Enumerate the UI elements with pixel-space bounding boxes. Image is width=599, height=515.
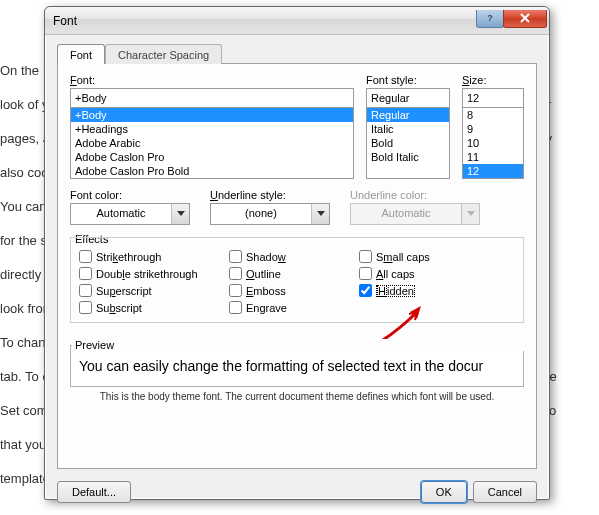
font-style-listbox[interactable]: Regular Italic Bold Bold Italic (366, 107, 450, 179)
font-color-label: Font color: (70, 189, 190, 201)
list-item[interactable]: 8 (463, 108, 523, 122)
cancel-button[interactable]: Cancel (473, 481, 537, 503)
effects-group: Strikethrough Double strikethrough Super… (70, 237, 524, 323)
window-controls: ? (477, 10, 547, 28)
preview-box: You can easily change the formatting of … (70, 345, 524, 387)
checkbox-all-caps[interactable]: All caps (359, 267, 479, 280)
checkbox-superscript[interactable]: Superscript (79, 284, 219, 297)
list-item[interactable]: 9 (463, 122, 523, 136)
font-color-combo[interactable]: Automatic (70, 203, 190, 225)
font-listbox[interactable]: +Body +Headings Adobe Arabic Adobe Caslo… (70, 107, 354, 179)
list-item[interactable]: 11 (463, 150, 523, 164)
checkbox-engrave[interactable]: Engrave (229, 301, 349, 314)
chevron-down-icon[interactable] (171, 204, 189, 224)
list-item[interactable]: 12 (463, 164, 523, 178)
list-item[interactable]: Bold (367, 136, 449, 150)
tabstrip: Font Character Spacing (57, 43, 537, 63)
list-item[interactable]: Regular (367, 108, 449, 122)
default-button[interactable]: Default... (57, 481, 131, 503)
checkbox-emboss[interactable]: Emboss (229, 284, 349, 297)
help-button[interactable]: ? (476, 10, 504, 28)
chevron-down-icon[interactable] (311, 204, 329, 224)
dialog-footer: Default... OK Cancel (45, 477, 549, 503)
preview-label: Preview (72, 339, 526, 351)
checkbox-double-strikethrough[interactable]: Double strikethrough (79, 267, 219, 280)
titlebar[interactable]: Font ? (45, 7, 549, 35)
size-label: Size: (462, 74, 524, 86)
checkbox-strikethrough[interactable]: Strikethrough (79, 250, 219, 263)
checkbox-shadow[interactable]: Shadow (229, 250, 349, 263)
tab-character-spacing[interactable]: Character Spacing (105, 44, 222, 64)
close-button[interactable] (503, 10, 547, 28)
list-item[interactable]: Adobe Caslon Pro (71, 150, 353, 164)
list-item[interactable]: Bold Italic (367, 150, 449, 164)
underline-color-combo: Automatic (350, 203, 480, 225)
list-item[interactable]: Adobe Arabic (71, 136, 353, 150)
font-style-input[interactable] (366, 88, 450, 108)
tab-font[interactable]: Font (57, 44, 105, 64)
font-input[interactable] (70, 88, 354, 108)
checkbox-subscript[interactable]: Subscript (79, 301, 219, 314)
size-input[interactable] (462, 88, 524, 108)
list-item[interactable]: +Headings (71, 122, 353, 136)
preview-text: You can easily change the formatting of … (79, 358, 483, 374)
list-item[interactable]: 10 (463, 136, 523, 150)
list-item[interactable]: Adobe Caslon Pro Bold (71, 164, 353, 178)
underline-color-label: Underline color: (350, 189, 480, 201)
underline-style-combo[interactable]: (none) (210, 203, 330, 225)
font-style-label: Font style: (366, 74, 450, 86)
size-listbox[interactable]: 8 9 10 11 12 (462, 107, 524, 179)
svg-text:?: ? (487, 13, 493, 23)
dialog-title: Font (53, 14, 477, 28)
checkbox-small-caps[interactable]: Small caps (359, 250, 479, 263)
font-label: Font: (70, 74, 354, 86)
preview-note: This is the body theme font. The current… (70, 391, 524, 402)
checkbox-hidden[interactable]: Hidden (359, 284, 479, 297)
chevron-down-icon (461, 204, 479, 224)
list-item[interactable]: Italic (367, 122, 449, 136)
tab-panel-font: Font: +Body +Headings Adobe Arabic Adobe… (57, 63, 537, 469)
ok-button[interactable]: OK (421, 481, 467, 503)
list-item[interactable]: +Body (71, 108, 353, 122)
checkbox-outline[interactable]: Outline (229, 267, 349, 280)
font-dialog: Font ? Font Character Spacing Font: +Bod… (44, 6, 550, 500)
underline-style-label: Underline style: (210, 189, 330, 201)
